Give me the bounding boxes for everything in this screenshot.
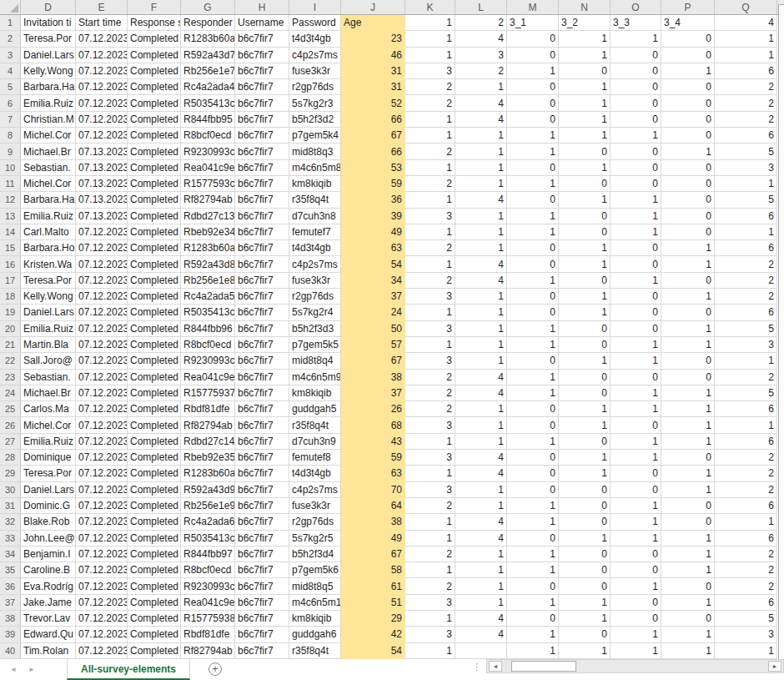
cell-G27[interactable]: Rdbd27c14 xyxy=(181,434,235,450)
cell-D18[interactable]: Kelly.Wong xyxy=(21,289,76,305)
cell-L11[interactable]: 1 xyxy=(455,176,507,192)
cell-P36[interactable]: 0 xyxy=(661,578,715,594)
cell-O37[interactable]: 0 xyxy=(611,595,661,611)
cell-O3[interactable]: 0 xyxy=(611,48,661,63)
cell-L18[interactable]: 1 xyxy=(455,289,507,305)
cell-P40[interactable]: 1 xyxy=(661,643,715,659)
column-header-K[interactable]: K xyxy=(405,0,455,14)
cell-N14[interactable]: 0 xyxy=(559,224,611,240)
cell-P39[interactable]: 1 xyxy=(661,627,715,642)
cell-N35[interactable]: 0 xyxy=(559,562,611,578)
cell-J39[interactable]: 42 xyxy=(341,627,405,642)
cell-G12[interactable]: Rf82794ab xyxy=(181,192,235,208)
cell-P29[interactable]: 1 xyxy=(661,466,715,481)
cell-H20[interactable]: b6c7fir7 xyxy=(235,321,289,337)
cell-H14[interactable]: b6c7fir7 xyxy=(235,224,289,240)
cell-L5[interactable]: 1 xyxy=(455,79,507,95)
cell-O22[interactable]: 1 xyxy=(611,353,661,369)
cell-J28[interactable]: 59 xyxy=(341,450,405,466)
cell-I21[interactable]: p7gem5k5 xyxy=(289,337,341,353)
cell-H23[interactable]: b6c7fir7 xyxy=(235,370,289,385)
cell-K32[interactable]: 1 xyxy=(405,514,455,530)
cell-E8[interactable]: 07.12.2023 xyxy=(76,128,128,144)
cell-D19[interactable]: Daniel.Lars xyxy=(21,305,76,320)
cell-G24[interactable]: R15775937 xyxy=(181,385,235,401)
cell-M8[interactable]: 1 xyxy=(507,128,559,144)
cell-I32[interactable]: r2gp76ds xyxy=(289,514,341,530)
cell-P32[interactable]: 0 xyxy=(661,514,715,530)
column-header-J[interactable]: J xyxy=(341,0,405,14)
cell-Q15[interactable]: 6 xyxy=(715,240,777,256)
cell-O6[interactable]: 0 xyxy=(611,95,661,111)
cell-G10[interactable]: Rea041c9e xyxy=(181,160,235,176)
cell-G14[interactable]: Rbeb92e34 xyxy=(181,224,235,240)
cell-D2[interactable]: Teresa.Por xyxy=(21,31,76,47)
cell-G9[interactable]: R9230993c xyxy=(181,144,235,159)
cell-O9[interactable]: 0 xyxy=(611,144,661,159)
column-header-H[interactable]: H xyxy=(235,0,289,14)
cell-L20[interactable]: 1 xyxy=(455,321,507,337)
cell-E11[interactable]: 07.13.2023 xyxy=(76,176,128,192)
cell-G16[interactable]: R592a43d8 xyxy=(181,256,235,272)
cell-K12[interactable]: 1 xyxy=(405,192,455,208)
vertical-scrollbar[interactable] xyxy=(778,4,784,659)
cell-J30[interactable]: 70 xyxy=(341,482,405,498)
cell-P27[interactable]: 1 xyxy=(661,434,715,450)
cell-M39[interactable]: 1 xyxy=(507,627,559,642)
row-header-19[interactable]: 19 xyxy=(0,305,21,320)
cell-G20[interactable]: R844fbb96 xyxy=(181,321,235,337)
cell-Q5[interactable]: 2 xyxy=(715,79,777,95)
cell-I24[interactable]: km8kiqib xyxy=(289,385,341,401)
cell-J9[interactable]: 66 xyxy=(341,144,405,159)
cell-Q10[interactable]: 3 xyxy=(715,160,777,176)
cell-I36[interactable]: mid8t8q5 xyxy=(289,578,341,594)
row-header-38[interactable]: 38 xyxy=(0,611,21,627)
cell-Q31[interactable]: 6 xyxy=(715,498,777,514)
cell-P16[interactable]: 1 xyxy=(661,256,715,272)
cell-G32[interactable]: Rc4a2ada6 xyxy=(181,514,235,530)
cell-F15[interactable]: Completed xyxy=(128,240,181,256)
cell-Q11[interactable]: 1 xyxy=(715,176,777,192)
row-header-2[interactable]: 2 xyxy=(0,31,21,47)
cell-I9[interactable]: mid8t8q3 xyxy=(289,144,341,159)
cell-K14[interactable]: 1 xyxy=(405,224,455,240)
cell-I1[interactable]: Password xyxy=(289,15,341,31)
cell-H27[interactable]: b6c7fir7 xyxy=(235,434,289,450)
cell-F32[interactable]: Completed xyxy=(128,514,181,530)
row-header-7[interactable]: 7 xyxy=(0,112,21,128)
cell-J14[interactable]: 49 xyxy=(341,224,405,240)
row-header-27[interactable]: 27 xyxy=(0,434,21,450)
cell-P20[interactable]: 1 xyxy=(661,321,715,337)
cell-D15[interactable]: Barbara.Ho xyxy=(21,240,76,256)
cell-N19[interactable]: 1 xyxy=(559,305,611,320)
cell-Q32[interactable]: 1 xyxy=(715,514,777,530)
cell-P38[interactable]: 0 xyxy=(661,611,715,627)
cell-L21[interactable]: 1 xyxy=(455,337,507,353)
cell-M10[interactable]: 0 xyxy=(507,160,559,176)
cell-G23[interactable]: Rea041c9e xyxy=(181,370,235,385)
cell-N38[interactable]: 1 xyxy=(559,611,611,627)
row-header-5[interactable]: 5 xyxy=(0,79,21,95)
cell-M22[interactable]: 0 xyxy=(507,353,559,369)
cell-O20[interactable]: 0 xyxy=(611,321,661,337)
cell-O28[interactable]: 1 xyxy=(611,450,661,466)
cell-J11[interactable]: 59 xyxy=(341,176,405,192)
cell-E10[interactable]: 07.13.2023 xyxy=(76,160,128,176)
cell-L36[interactable]: 1 xyxy=(455,578,507,594)
cell-O26[interactable]: 0 xyxy=(611,417,661,433)
cell-N6[interactable]: 1 xyxy=(559,95,611,111)
row-header-32[interactable]: 32 xyxy=(0,514,21,530)
cell-O1[interactable]: 3_3 xyxy=(611,15,661,31)
cell-N9[interactable]: 0 xyxy=(559,144,611,159)
cell-N40[interactable]: 1 xyxy=(559,643,611,659)
cell-J20[interactable]: 50 xyxy=(341,321,405,337)
cell-Q34[interactable]: 2 xyxy=(715,547,777,562)
cell-H36[interactable]: b6c7fir7 xyxy=(235,578,289,594)
cell-M20[interactable]: 1 xyxy=(507,321,559,337)
cell-K19[interactable]: 1 xyxy=(405,305,455,320)
cell-J12[interactable]: 36 xyxy=(341,192,405,208)
cell-E32[interactable]: 07.12.2023 xyxy=(76,514,128,530)
cell-N32[interactable]: 0 xyxy=(559,514,611,530)
cell-E19[interactable]: 07.12.2023 xyxy=(76,305,128,320)
cell-G4[interactable]: Rb256e1e7 xyxy=(181,63,235,79)
